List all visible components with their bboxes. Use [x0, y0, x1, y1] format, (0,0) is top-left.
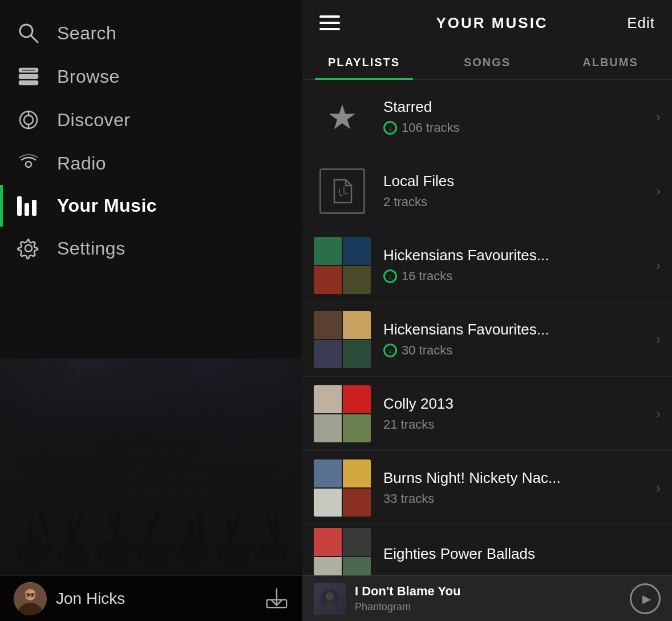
tab-albums[interactable]: ALBUMS [549, 46, 672, 79]
playlist-name: Starred [383, 98, 650, 116]
menu-button[interactable] [319, 15, 340, 30]
playlist-artwork-colly2013 [314, 385, 371, 442]
playlist-item-burns-night[interactable]: Burns Night! Nickety Nac... 33 tracks › [302, 451, 672, 525]
user-name: Jon Hicks [56, 590, 125, 608]
sidebar: Search Browse [0, 0, 302, 621]
playlist-item-hickensians1[interactable]: Hickensians Favourites... 16 tracks › [302, 228, 672, 303]
playlist-artwork-burns-night [314, 459, 371, 517]
edit-button[interactable]: Edit [627, 14, 655, 32]
avatar-image [14, 582, 47, 615]
sidebar-item-browse[interactable]: Browse [0, 55, 302, 98]
svg-rect-29 [19, 81, 38, 84]
sidebar-item-settings[interactable]: Settings [0, 227, 302, 270]
now-playing-info: I Don't Blame You Phantogram [355, 584, 630, 613]
discover-icon [17, 108, 57, 131]
playlist-item-hickensians2[interactable]: Hickensians Favourites... 30 tracks › [302, 303, 672, 377]
playlist-name: Local Files [383, 172, 650, 190]
sidebar-item-label-settings: Settings [57, 238, 126, 259]
playlist-tracks: 16 tracks [383, 269, 650, 284]
sidebar-item-label-search: Search [57, 23, 116, 44]
playlist-item-colly2013[interactable]: Colly 2013 21 tracks › [302, 377, 672, 451]
playlist-info-hickensians2: Hickensians Favourites... 30 tracks [383, 321, 650, 358]
user-bar: Jon Hicks [0, 575, 302, 621]
download-icon [383, 269, 397, 283]
track-count: 2 tracks [383, 195, 427, 209]
track-count: 106 tracks [402, 120, 460, 135]
svg-rect-28 [19, 75, 38, 78]
download-icon [383, 121, 397, 135]
svg-line-26 [31, 35, 38, 42]
chevron-right-icon: › [656, 406, 661, 422]
radio-icon [17, 152, 57, 175]
play-button[interactable] [630, 583, 661, 614]
now-playing-bar[interactable]: I Don't Blame You Phantogram [302, 575, 672, 621]
playlist-info-eighties: Eighties Power Ballads [383, 545, 661, 567]
artwork-grid [314, 311, 371, 368]
sidebar-item-label-discover: Discover [57, 110, 130, 131]
inbox-icon[interactable] [265, 586, 289, 612]
settings-icon [17, 237, 57, 260]
playlist-item-local-files[interactable]: Local Files 2 tracks › [302, 154, 672, 228]
chevron-right-icon: › [656, 183, 661, 199]
hamburger-line-2 [319, 22, 340, 24]
playlist-info-burns-night: Burns Night! Nickety Nac... 33 tracks [383, 469, 650, 506]
tab-songs[interactable]: SONGS [426, 46, 549, 79]
playlist-tracks: 106 tracks [383, 120, 650, 135]
track-count: 30 tracks [402, 343, 452, 358]
file-icon [319, 168, 365, 214]
playlist-name: Hickensians Favourites... [383, 247, 650, 264]
svg-point-49 [326, 592, 334, 600]
sidebar-item-radio[interactable]: Radio [0, 142, 302, 185]
tab-playlists[interactable]: PLAYLISTS [302, 46, 426, 79]
sidebar-item-your-music[interactable]: Your Music [0, 185, 302, 227]
browse-icon [17, 65, 57, 88]
svg-point-36 [25, 245, 32, 252]
chevron-right-icon: › [656, 109, 661, 125]
sidebar-item-discover[interactable]: Discover [0, 98, 302, 142]
playlist-artwork-starred: ★ [314, 88, 371, 146]
playlist-list: ★ Starred 106 tracks › [302, 80, 672, 575]
now-playing-title: I Don't Blame You [355, 584, 630, 599]
app-container: Search Browse [0, 0, 672, 621]
track-count: 21 tracks [383, 417, 434, 432]
chevron-right-icon: › [656, 332, 661, 348]
playlist-item-starred[interactable]: ★ Starred 106 tracks › [302, 80, 672, 154]
artwork-grid [314, 459, 371, 517]
hamburger-line-1 [319, 15, 340, 18]
svg-point-32 [24, 115, 33, 124]
library-icon [17, 196, 57, 216]
sidebar-nav: Search Browse [0, 0, 302, 575]
playlist-name: Eighties Power Ballads [383, 545, 661, 563]
playlist-artwork-hickensians2 [314, 311, 371, 368]
svg-rect-42 [27, 598, 29, 599]
playlist-info-starred: Starred 106 tracks [383, 98, 650, 135]
playlist-info-hickensians1: Hickensians Favourites... 16 tracks [383, 247, 650, 284]
playlist-artwork-local-files [314, 163, 371, 220]
playlist-tracks: 2 tracks [383, 195, 650, 209]
star-icon: ★ [327, 97, 358, 137]
artwork-grid [314, 237, 371, 294]
main-content: YOUR MUSIC Edit PLAYLISTS SONGS ALBUMS ★… [302, 0, 672, 621]
playlist-artwork-eighties [314, 528, 371, 576]
search-icon [17, 22, 57, 45]
download-icon [383, 344, 397, 357]
playlist-item-eighties[interactable]: Eighties Power Ballads [302, 525, 672, 575]
sidebar-item-label-your-music: Your Music [57, 195, 157, 216]
playlist-name: Colly 2013 [383, 395, 650, 413]
avatar[interactable] [14, 582, 47, 615]
now-playing-artwork [314, 583, 346, 615]
artwork-grid [314, 528, 371, 576]
playlist-name: Burns Night! Nickety Nac... [383, 469, 650, 487]
chevron-right-icon: › [656, 257, 661, 273]
svg-point-35 [26, 162, 31, 167]
track-count: 16 tracks [402, 269, 452, 284]
tabs-container: PLAYLISTS SONGS ALBUMS [302, 46, 672, 80]
now-playing-artist: Phantogram [355, 601, 630, 613]
playlist-tracks: 33 tracks [383, 491, 650, 506]
svg-point-39 [20, 603, 41, 615]
playlist-info-local-files: Local Files 2 tracks [383, 172, 650, 209]
sidebar-item-search[interactable]: Search [0, 11, 302, 55]
sidebar-item-label-browse: Browse [57, 66, 120, 87]
main-header: YOUR MUSIC Edit [302, 0, 672, 46]
playlist-name: Hickensians Favourites... [383, 321, 650, 338]
